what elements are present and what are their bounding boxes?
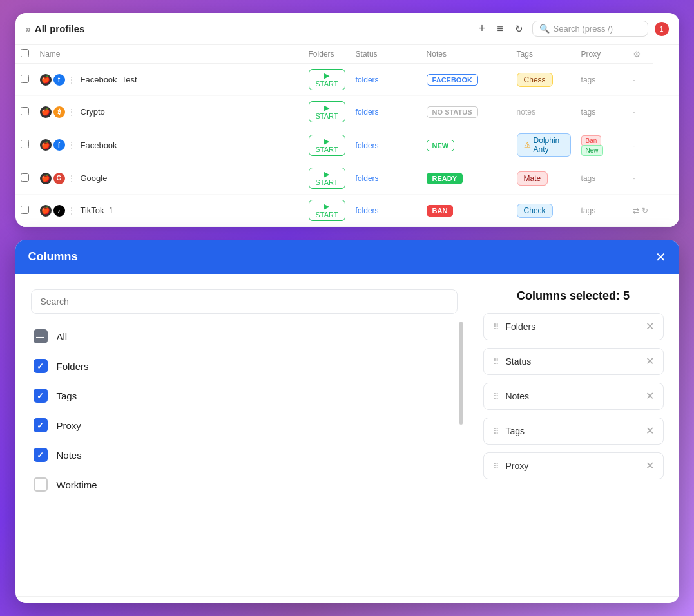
notification-button[interactable]: 1 bbox=[655, 22, 669, 36]
checkbox-notes[interactable]: ✓ bbox=[34, 448, 48, 462]
more-options-icon[interactable]: ⋮ bbox=[67, 107, 76, 117]
start-button[interactable]: ▶ START bbox=[309, 69, 345, 90]
remove-column-button[interactable]: ✕ bbox=[646, 426, 654, 436]
column-label: All bbox=[57, 331, 68, 342]
table-row: 🍎 G ⋮ Google ▶ START folders READY Mate … bbox=[15, 162, 679, 195]
checkmark-icon: ✓ bbox=[37, 391, 44, 401]
apple-icon: 🍎 bbox=[40, 173, 52, 184]
drag-handle-icon[interactable]: ⠿ bbox=[493, 357, 499, 367]
tags-link[interactable]: tags bbox=[581, 174, 596, 183]
column-label: Tags bbox=[57, 390, 77, 401]
facebook-icon: f bbox=[53, 139, 65, 151]
tiktok-icon: ♪ bbox=[53, 205, 65, 217]
proxy-value: - bbox=[633, 75, 635, 84]
column-label: Folders bbox=[57, 361, 89, 372]
column-item-all[interactable]: — All bbox=[31, 322, 458, 351]
column-item-proxy[interactable]: ✓ Proxy bbox=[31, 410, 458, 440]
folders-link[interactable]: folders bbox=[356, 174, 379, 183]
row-checkbox[interactable] bbox=[21, 173, 29, 182]
more-options-icon[interactable]: ⋮ bbox=[67, 173, 76, 184]
rotate-icons: ⇄ ↻ bbox=[633, 206, 648, 215]
start-button[interactable]: ▶ START bbox=[309, 135, 345, 156]
drag-handle-icon[interactable]: ⠿ bbox=[493, 322, 499, 332]
search-placeholder: Search (press /) bbox=[554, 24, 613, 34]
tags-header: Tags bbox=[512, 45, 576, 64]
checkbox-folders[interactable]: ✓ bbox=[34, 359, 48, 373]
remove-column-button[interactable]: ✕ bbox=[646, 391, 654, 401]
folders-link[interactable]: folders bbox=[356, 141, 379, 150]
checkbox-all[interactable]: — bbox=[34, 329, 48, 343]
row-checkbox[interactable] bbox=[21, 206, 29, 214]
apple-icon: 🍎 bbox=[40, 139, 52, 151]
apple-icon: 🍎 bbox=[40, 205, 52, 217]
table-row: 🍎 f ⋮ Facebook_Test ▶ START folders FACE… bbox=[15, 64, 679, 96]
remove-column-button[interactable]: ✕ bbox=[646, 461, 654, 471]
header-actions: + ≡ ↻ 🔍 Search (press /) 1 bbox=[476, 19, 669, 38]
profile-icons: 🍎 f ⋮ Facebook_Test bbox=[40, 74, 298, 86]
drag-handle-icon[interactable]: ⠿ bbox=[493, 427, 499, 436]
row-checkbox[interactable] bbox=[21, 107, 29, 115]
start-button[interactable]: ▶ START bbox=[309, 168, 345, 189]
note-badge: Check bbox=[517, 204, 553, 218]
start-button[interactable]: ▶ START bbox=[309, 101, 345, 122]
more-options-icon[interactable]: ⋮ bbox=[67, 206, 76, 216]
more-options-icon[interactable]: ⋮ bbox=[67, 140, 76, 150]
note-badge: ⚠ Dolphin Anty bbox=[517, 133, 571, 157]
modal-header: Columns ✕ bbox=[15, 240, 679, 274]
row-checkbox[interactable] bbox=[21, 75, 29, 83]
profile-name: Facebook bbox=[81, 140, 117, 150]
table-row: 🍎 f ⋮ Facebook ▶ START folders NEW ⚠ Dol… bbox=[15, 128, 679, 162]
folders-link[interactable]: folders bbox=[356, 75, 379, 84]
column-item-notes[interactable]: ✓ Notes bbox=[31, 440, 458, 470]
settings-icon[interactable]: ⚙ bbox=[633, 49, 641, 59]
drag-handle-icon[interactable]: ⠿ bbox=[493, 392, 499, 401]
tags-link[interactable]: tags bbox=[581, 75, 596, 84]
checkbox-proxy[interactable]: ✓ bbox=[34, 418, 48, 432]
column-item-worktime[interactable]: Worktime bbox=[31, 470, 458, 499]
tag-new: New bbox=[581, 145, 603, 156]
column-label: Worktime bbox=[57, 479, 97, 490]
remove-column-button[interactable]: ✕ bbox=[646, 356, 654, 367]
column-item-folders[interactable]: ✓ Folders bbox=[31, 351, 458, 381]
drag-handle-icon[interactable]: ⠿ bbox=[493, 461, 499, 471]
profile-icons: 🍎 G ⋮ Google bbox=[40, 173, 298, 184]
remove-column-button[interactable]: ✕ bbox=[646, 322, 654, 332]
column-item-tags[interactable]: ✓ Tags bbox=[31, 381, 458, 410]
folders-link[interactable]: folders bbox=[356, 206, 379, 215]
select-all-checkbox[interactable] bbox=[21, 49, 29, 57]
checkmark-icon: ✓ bbox=[37, 450, 44, 460]
add-profile-button[interactable]: + bbox=[476, 19, 488, 38]
columns-left: — All ✓ Folders ✓ bbox=[31, 289, 458, 581]
profile-name: TikTok_1 bbox=[81, 206, 114, 215]
profiles-panel: » All profiles + ≡ ↻ 🔍 Search (press /) … bbox=[15, 13, 679, 227]
facebook-icon: f bbox=[53, 74, 65, 86]
apple-icon: 🍎 bbox=[40, 106, 52, 118]
profiles-table: Name Folders Status Notes Tags Proxy ⚙ 🍎… bbox=[15, 45, 679, 227]
rotate-left-icon[interactable]: ⇄ bbox=[633, 206, 639, 215]
selected-column-proxy: ⠿ Proxy ✕ bbox=[483, 452, 664, 479]
proxy-header: Proxy bbox=[576, 45, 628, 64]
tags-link[interactable]: tags bbox=[581, 108, 596, 117]
search-box[interactable]: 🔍 Search (press /) bbox=[532, 21, 648, 37]
columns-modal: Columns ✕ — All ✓ bbox=[15, 240, 679, 603]
row-checkbox[interactable] bbox=[21, 140, 29, 148]
folders-link[interactable]: folders bbox=[356, 108, 379, 117]
tags-link[interactable]: tags bbox=[581, 206, 596, 215]
selected-column-folders: ⠿ Folders ✕ bbox=[483, 313, 664, 340]
bitcoin-icon: ₿ bbox=[53, 106, 65, 118]
profiles-title-text: All profiles bbox=[35, 23, 85, 34]
modal-close-button[interactable]: ✕ bbox=[655, 251, 666, 264]
note-text: notes bbox=[517, 108, 535, 117]
modal-footer: Save as preset columns CLOSE SAVE bbox=[15, 596, 679, 603]
status-badge: FACEBOOK bbox=[427, 74, 478, 86]
columns-search-input[interactable] bbox=[31, 289, 458, 314]
checkbox-tags[interactable]: ✓ bbox=[34, 389, 48, 403]
checkbox-worktime[interactable] bbox=[34, 477, 48, 492]
refresh-button[interactable]: ↻ bbox=[512, 21, 526, 37]
filter-button[interactable]: ≡ bbox=[494, 21, 505, 37]
status-badge: NEW bbox=[427, 140, 455, 151]
more-options-icon[interactable]: ⋮ bbox=[67, 75, 76, 85]
search-icon: 🔍 bbox=[539, 24, 550, 34]
start-button[interactable]: ▶ START bbox=[309, 200, 345, 221]
refresh-icon[interactable]: ↻ bbox=[642, 206, 648, 215]
